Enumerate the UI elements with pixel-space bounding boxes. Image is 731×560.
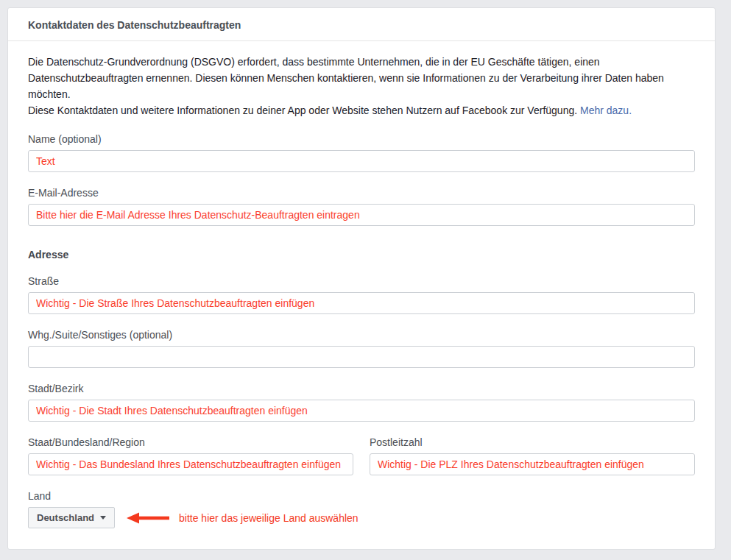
field-zip: Postleitzahl <box>370 436 695 475</box>
field-name: Name (optional) <box>28 133 695 172</box>
annotation-text: bitte hier das jeweilige Land auswählen <box>179 512 359 524</box>
country-selected-value: Deutschland <box>37 512 94 523</box>
gdpr-contact-card: Kontaktdaten des Datenschutzbeauftragten… <box>7 7 716 550</box>
zip-input[interactable] <box>370 453 695 475</box>
annotation-arrow-icon <box>127 511 169 525</box>
intro-paragraph-2-text: Diese Kontaktdaten und weitere Informati… <box>28 104 577 116</box>
apt-label: Whg./Suite/Sonstiges (optional) <box>28 329 695 341</box>
country-dropdown[interactable]: Deutschland <box>28 507 115 528</box>
address-section-heading: Adresse <box>28 249 695 260</box>
apt-input[interactable] <box>28 346 695 368</box>
name-label: Name (optional) <box>28 133 695 145</box>
field-state: Staat/Bundesland/Region <box>28 436 353 475</box>
state-label: Staat/Bundesland/Region <box>28 436 353 448</box>
intro-paragraph-2: Diese Kontaktdaten und weitere Informati… <box>28 102 695 118</box>
city-label: Stadt/Bezirk <box>28 383 695 394</box>
field-country: Land Deutschland bitte hier das jeweilig… <box>28 490 695 528</box>
street-label: Straße <box>28 275 695 287</box>
chevron-down-icon <box>100 516 106 520</box>
field-email: E-Mail-Adresse <box>28 187 695 226</box>
intro-paragraph-1: Die Datenschutz-Grundverordnung (DSGVO) … <box>28 54 695 102</box>
street-input[interactable] <box>28 292 695 314</box>
state-input[interactable] <box>28 453 353 475</box>
field-street: Straße <box>28 275 695 314</box>
field-city: Stadt/Bezirk <box>28 383 695 422</box>
card-body: Die Datenschutz-Grundverordnung (DSGVO) … <box>8 41 715 545</box>
field-apt: Whg./Suite/Sonstiges (optional) <box>28 329 695 368</box>
email-label: E-Mail-Adresse <box>28 187 695 199</box>
country-label: Land <box>28 490 695 502</box>
country-row: Deutschland bitte hier das jeweilige Lan… <box>28 507 695 528</box>
email-input[interactable] <box>28 204 695 226</box>
zip-label: Postleitzahl <box>370 436 695 448</box>
mehr-dazu-link[interactable]: Mehr dazu. <box>580 104 632 116</box>
name-input[interactable] <box>28 150 695 172</box>
card-header: Kontaktdaten des Datenschutzbeauftragten <box>8 8 715 41</box>
city-input[interactable] <box>28 400 695 422</box>
field-row-state-zip: Staat/Bundesland/Region Postleitzahl <box>28 436 695 475</box>
page-title: Kontaktdaten des Datenschutzbeauftragten <box>28 19 695 31</box>
